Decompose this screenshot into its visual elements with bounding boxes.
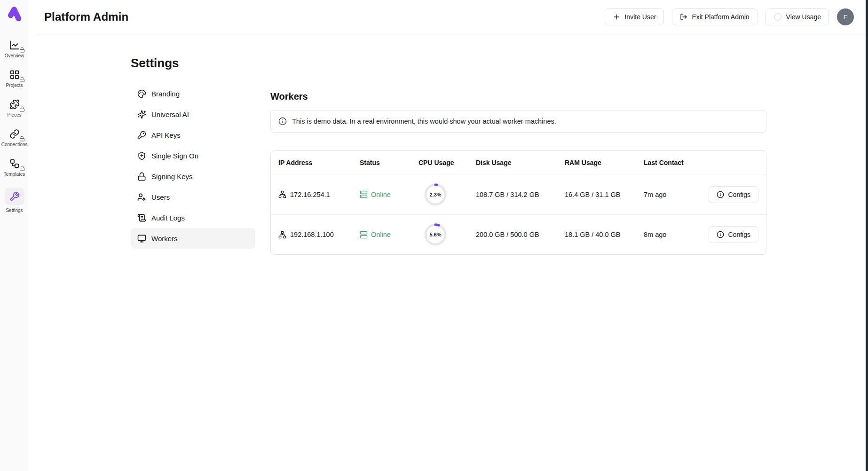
disk-usage: 108.7 GB / 314.2 GB bbox=[476, 191, 565, 198]
column-header-disk-usage: Disk Usage bbox=[476, 159, 565, 166]
sidebar-icon-wrap bbox=[9, 39, 20, 51]
header-actions: Invite User Exit Platform Admin View Usa… bbox=[605, 8, 854, 25]
usage-ring-icon bbox=[773, 13, 782, 21]
content-area: Settings Branding Universal AI API Keys … bbox=[29, 34, 868, 471]
sidebar-item-label: Templates bbox=[4, 172, 25, 177]
sidebar-item-label: Settings bbox=[6, 208, 23, 213]
invite-user-button[interactable]: Invite User bbox=[605, 8, 664, 25]
info-icon bbox=[717, 231, 724, 238]
demo-data-notice: This is demo data. In a real environment… bbox=[270, 110, 766, 133]
settings-title: Settings bbox=[131, 56, 255, 71]
scroll-icon bbox=[137, 213, 146, 222]
user-avatar[interactable]: E bbox=[837, 8, 854, 25]
settings-nav-item-signing-keys[interactable]: Signing Keys bbox=[131, 166, 255, 187]
column-header-ram-usage: RAM Usage bbox=[565, 159, 644, 166]
cpu-cell: 2.3% bbox=[418, 182, 476, 207]
sidebar-item-settings[interactable]: Settings bbox=[0, 188, 29, 213]
grid-icon bbox=[9, 70, 20, 80]
last-contact: 8m ago bbox=[644, 231, 710, 238]
settings-nav-item-audit-logs[interactable]: Audit Logs bbox=[131, 207, 255, 228]
settings-nav-label: Branding bbox=[151, 90, 180, 98]
sidebar-item-connections[interactable]: Connections bbox=[0, 128, 29, 147]
configs-button[interactable]: Configs bbox=[709, 186, 758, 203]
table-body: 172.16.254.1 Online 2.3% 108.7 GB / 314.… bbox=[271, 174, 766, 254]
column-header-status: Status bbox=[360, 159, 418, 166]
top-header: Platform Admin Invite User Exit Platform… bbox=[36, 0, 868, 34]
sidebar-item-projects[interactable]: Projects bbox=[0, 69, 29, 88]
ip-cell: 172.16.254.1 bbox=[278, 190, 360, 198]
settings-nav-item-users[interactable]: Users bbox=[131, 187, 255, 207]
lock-badge bbox=[19, 165, 25, 171]
table-row: 172.16.254.1 Online 2.3% 108.7 GB / 314.… bbox=[271, 174, 766, 214]
sidebar-nav: Overview Projects Pieces Connections Tem… bbox=[0, 39, 29, 213]
sidebar-item-overview[interactable]: Overview bbox=[0, 39, 29, 58]
lock-icon bbox=[19, 165, 25, 171]
wrench-icon bbox=[9, 191, 20, 202]
workers-table: IP AddressStatusCPU UsageDisk UsageRAM U… bbox=[270, 150, 766, 255]
sidebar-icon-wrap bbox=[9, 128, 20, 140]
key-icon bbox=[137, 131, 146, 140]
scrollbar[interactable] bbox=[866, 0, 868, 471]
table-header-row: IP AddressStatusCPU UsageDisk UsageRAM U… bbox=[271, 151, 766, 174]
actions-cell: Configs bbox=[709, 226, 758, 243]
avatar-initial: E bbox=[844, 14, 848, 21]
lock-icon bbox=[19, 47, 25, 53]
sidebar-icon-wrap bbox=[9, 158, 20, 169]
ram-usage: 16.4 GB / 31.1 GB bbox=[565, 191, 644, 198]
cpu-percent: 5.6% bbox=[423, 222, 448, 247]
settings-nav-item-api-keys[interactable]: API Keys bbox=[131, 125, 255, 145]
settings-nav-item-universal-ai[interactable]: Universal AI bbox=[131, 104, 255, 125]
lock-icon bbox=[137, 172, 146, 181]
puzzle-icon bbox=[9, 99, 20, 110]
sidebar-item-templates[interactable]: Templates bbox=[0, 158, 29, 177]
link-icon bbox=[9, 129, 20, 139]
cpu-gauge: 5.6% bbox=[423, 222, 448, 247]
configs-label: Configs bbox=[728, 191, 750, 198]
sidebar-icon-wrap bbox=[9, 99, 20, 110]
logout-icon bbox=[680, 13, 687, 21]
sidebar-item-label: Connections bbox=[1, 142, 28, 147]
network-icon bbox=[278, 190, 286, 198]
app-logo-icon[interactable] bbox=[6, 5, 24, 23]
lock-badge bbox=[19, 47, 25, 53]
page-title: Platform Admin bbox=[44, 10, 128, 24]
workflow-icon bbox=[9, 158, 20, 169]
cpu-percent: 2.3% bbox=[423, 182, 448, 207]
cpu-cell: 5.6% bbox=[418, 222, 476, 247]
settings-nav-label: Users bbox=[151, 193, 170, 201]
lock-badge bbox=[19, 136, 25, 141]
server-icon bbox=[360, 190, 368, 198]
app-root: Overview Projects Pieces Connections Tem… bbox=[0, 0, 868, 471]
ram-usage: 18.1 GB / 40.0 GB bbox=[565, 231, 644, 238]
exit-platform-admin-button[interactable]: Exit Platform Admin bbox=[672, 8, 757, 25]
ip-address: 192.168.1.100 bbox=[290, 231, 334, 238]
settings-nav-item-single-sign-on[interactable]: Single Sign On bbox=[131, 145, 255, 166]
sidebar: Overview Projects Pieces Connections Tem… bbox=[0, 0, 29, 471]
sidebar-item-label: Projects bbox=[6, 83, 23, 88]
sidebar-item-pieces[interactable]: Pieces bbox=[0, 99, 29, 118]
actions-cell: Configs bbox=[709, 186, 758, 203]
cpu-gauge: 2.3% bbox=[423, 182, 448, 207]
network-icon bbox=[278, 231, 286, 239]
disk-usage: 200.0 GB / 500.0 GB bbox=[476, 231, 565, 238]
settings-nav-label: API Keys bbox=[151, 131, 181, 139]
status-badge: Online bbox=[371, 191, 391, 198]
notice-text: This is demo data. In a real environment… bbox=[292, 116, 556, 127]
configs-button[interactable]: Configs bbox=[709, 226, 758, 243]
settings-nav-label: Universal AI bbox=[151, 110, 189, 118]
last-contact: 7m ago bbox=[644, 191, 710, 198]
settings-nav-item-workers[interactable]: Workers bbox=[131, 228, 255, 249]
settings-nav: Branding Universal AI API Keys Single Si… bbox=[131, 83, 255, 249]
view-usage-button[interactable]: View Usage bbox=[765, 8, 829, 25]
info-icon bbox=[717, 191, 724, 198]
shield-plus-icon bbox=[137, 151, 146, 160]
workers-title: Workers bbox=[270, 91, 766, 102]
server-icon bbox=[360, 231, 368, 239]
settings-nav-label: Workers bbox=[151, 235, 178, 243]
settings-nav-item-branding[interactable]: Branding bbox=[131, 83, 255, 104]
plus-icon bbox=[613, 13, 620, 21]
settings-column: Settings Branding Universal AI API Keys … bbox=[131, 56, 255, 255]
sidebar-icon-wrap bbox=[5, 188, 24, 205]
column-header-ip-address: IP Address bbox=[278, 159, 360, 166]
lock-icon bbox=[19, 77, 25, 82]
